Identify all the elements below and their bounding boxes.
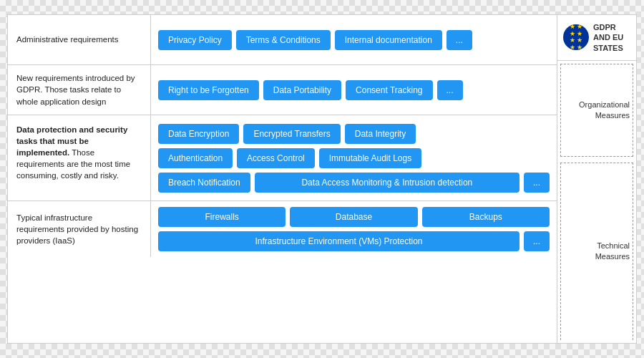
admin-row: Administrative requirements Privacy Poli… xyxy=(8,15,557,65)
consent-tracking-button[interactable]: Consent Tracking xyxy=(346,80,432,100)
admin-item-row: Privacy Policy Terms & Conditions Intern… xyxy=(158,30,550,50)
gdpr-more-button[interactable]: ... xyxy=(437,80,463,100)
authentication-button[interactable]: Authentication xyxy=(158,148,233,168)
gdpr-circle-icon: ★ ★★ ★★ ★★ ★ xyxy=(563,24,589,50)
infra-env-button[interactable]: Infrastructure Environment (VMs) Protect… xyxy=(158,231,519,251)
gdpr-title: GDPR AND EU STATES xyxy=(593,22,623,53)
content-area: Administrative requirements Privacy Poli… xyxy=(8,15,557,343)
data-access-monitoring-button[interactable]: Data Access Monitoring & Intrusion detec… xyxy=(255,173,519,193)
admin-label: Administrative requirements xyxy=(8,15,151,64)
encrypted-transfers-button[interactable]: Encrypted Transfers xyxy=(243,124,340,144)
privacy-policy-button[interactable]: Privacy Policy xyxy=(158,30,232,50)
infra-label: Typical infrastructure requirements prov… xyxy=(8,201,151,257)
gdpr-new-items: Right to be Forgotten Data Portability C… xyxy=(151,65,557,115)
gdpr-logo: ★ ★★ ★★ ★★ ★ GDPR AND EU STATES xyxy=(557,15,636,61)
infra-row: Typical infrastructure requirements prov… xyxy=(8,201,557,257)
breach-notification-button[interactable]: Breach Notification xyxy=(158,173,250,193)
tech-measures-section: Technical Measures xyxy=(560,163,633,340)
admin-items: Privacy Policy Terms & Conditions Intern… xyxy=(151,15,557,64)
admin-more-button[interactable]: ... xyxy=(447,30,472,50)
internal-documentation-button[interactable]: Internal documentation xyxy=(335,30,442,50)
gdpr-new-item-row: Right to be Forgotten Data Portability C… xyxy=(158,80,550,100)
data-protection-label: Data protection and security tasks that … xyxy=(8,115,151,200)
database-button[interactable]: Database xyxy=(290,207,417,227)
gdpr-new-label: New requirements introduced by GDPR. Tho… xyxy=(8,65,151,115)
data-portability-button[interactable]: Data Portability xyxy=(263,80,341,100)
access-control-button[interactable]: Access Control xyxy=(237,148,315,168)
right-sidebar: ★ ★★ ★★ ★★ ★ GDPR AND EU STATES Organiza… xyxy=(557,15,636,343)
infra-row-2: Infrastructure Environment (VMs) Protect… xyxy=(158,231,550,251)
data-encryption-button[interactable]: Data Encryption xyxy=(158,124,239,144)
org-measures-label: Organizational Measures xyxy=(564,100,630,122)
main-container: Administrative requirements Privacy Poli… xyxy=(7,14,637,344)
immutable-audit-logs-button[interactable]: Immutable Audit Logs xyxy=(319,148,421,168)
backups-button[interactable]: Backups xyxy=(422,207,550,227)
tech-measures-label: Technical Measures xyxy=(564,241,630,263)
infra-more-button[interactable]: ... xyxy=(524,231,550,251)
data-protection-row: Data protection and security tasks that … xyxy=(8,115,557,201)
gdpr-new-row: New requirements introduced by GDPR. Tho… xyxy=(8,65,557,115)
infra-row-1: Firewalls Database Backups xyxy=(158,207,550,227)
data-integrity-button[interactable]: Data Integrity xyxy=(345,124,416,144)
firewalls-button[interactable]: Firewalls xyxy=(158,207,286,227)
dp-row-3: Breach Notification Data Access Monitori… xyxy=(158,173,550,193)
gdpr-stars-icon: ★ ★★ ★★ ★★ ★ xyxy=(570,24,583,52)
dp-row-1: Data Encryption Encrypted Transfers Data… xyxy=(158,124,550,144)
terms-conditions-button[interactable]: Terms & Conditions xyxy=(236,30,331,50)
infra-items: Firewalls Database Backups Infrastructur… xyxy=(151,201,557,257)
dp-row-2: Authentication Access Control Immutable … xyxy=(158,148,550,168)
right-forgotten-button[interactable]: Right to be Forgotten xyxy=(158,80,259,100)
data-protection-items: Data Encryption Encrypted Transfers Data… xyxy=(151,115,557,200)
org-measures-section: Organizational Measures xyxy=(560,64,633,157)
dp-more-button[interactable]: ... xyxy=(524,173,550,193)
